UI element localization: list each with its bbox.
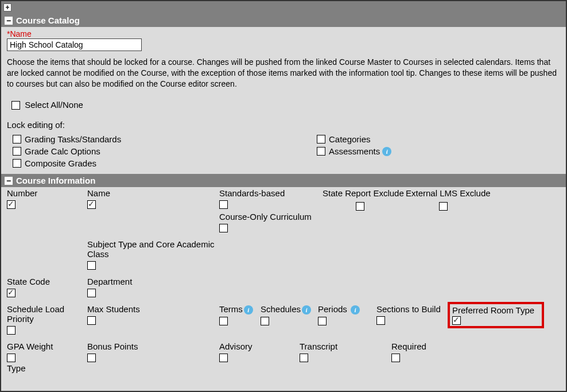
ci-required-label: Required [391,341,460,351]
info-icon[interactable]: i [351,305,360,315]
ci-row-2: Subject Type and Core Academic Class [7,239,560,270]
ci-standards-checkbox[interactable] [219,200,228,209]
ci-prefroom-cell: Preferred Room Type [450,304,542,335]
ci-standards-cell: Standards-based [219,188,323,211]
ci-curriculum-cell: Course-Only Curriculum [219,212,323,232]
ci-required-cell: Required [391,341,460,362]
catalog-description: Choose the items that should be locked f… [7,57,560,90]
ci-prefroom-label: Preferred Room Type [452,305,539,315]
lock-gradecalc-checkbox[interactable] [13,147,21,156]
catalog-name-input[interactable] [7,38,142,51]
ci-advisory-label: Advisory [219,341,300,351]
ci-sections-checkbox[interactable] [376,316,385,325]
ci-number-checkbox[interactable] [7,200,15,209]
ci-sections-cell: Sections to Build [376,304,450,335]
ci-schedload-cell: Schedule Load Priority [7,304,87,335]
ci-schedload-checkbox[interactable] [7,326,15,335]
ci-schedules-label: Schedulesi [261,304,318,315]
ci-bonus-cell: Bonus Points [87,341,219,362]
top-toolbar: + [1,1,566,14]
ci-statecode-label: State Code [7,277,87,286]
collapse-icon[interactable]: − [5,17,13,25]
course-catalog-header[interactable]: − Course Catalog [1,14,566,27]
ci-subject-label: Subject Type and Core Academic Class [87,239,219,259]
lock-grading-checkbox[interactable] [13,135,21,143]
ci-gpa-checkbox[interactable] [7,354,15,362]
lock-item-assessments: Assessments i [317,146,560,156]
lock-composite-checkbox[interactable] [13,159,21,168]
ci-transcript-checkbox[interactable] [300,354,308,362]
ci-row-1: Number Name Standards-based State Report… [7,188,560,211]
ci-transcript-cell: Transcript [300,341,391,362]
ci-periods-label: Periods i [318,304,376,315]
collapse-icon[interactable]: − [5,177,13,185]
preferred-room-highlight: Preferred Room Type [448,302,544,329]
ci-schedules-cell: Schedulesi [261,304,318,335]
select-all-label: Select All/None [25,100,83,110]
ci-subject-checkbox[interactable] [87,261,96,270]
ci-stateexclude-checkbox[interactable] [356,202,364,211]
ci-department-label: Department [87,277,219,286]
ci-curriculum-checkbox[interactable] [219,224,228,232]
ci-extlms-label: External LMS Exclude [406,188,506,198]
expand-all-icon[interactable]: + [3,3,11,11]
ci-gpa-label: GPA Weight [7,341,87,351]
lock-editing-label: Lock editing of: [7,120,560,130]
ci-row-6: Type [7,363,560,373]
ci-transcript-label: Transcript [300,341,391,351]
info-icon[interactable]: i [302,305,311,315]
ci-row-3: State Code Department [7,277,560,297]
ci-stateexclude-label: State Report Exclude [323,188,406,198]
lock-item-gradecalc: Grade Calc Options [13,146,317,156]
ci-row-5: GPA Weight Bonus Points Advisory Transcr… [7,341,560,362]
lock-categories-label: Categories [329,134,371,144]
ci-advisory-checkbox[interactable] [219,354,228,362]
ci-gpa-cell: GPA Weight [7,341,87,362]
ci-number-cell: Number [7,188,87,211]
ci-statecode-checkbox[interactable] [7,289,15,297]
ci-maxstud-cell: Max Students [87,304,219,335]
ci-statecode-cell: State Code [7,277,87,297]
lock-gradecalc-label: Grade Calc Options [25,146,100,156]
ci-terms-label: Termsi [219,304,261,315]
lock-item-grading: Grading Tasks/Standards [13,134,317,144]
ci-periods-cell: Periods i [318,304,376,335]
ci-row-4: Schedule Load Priority Max Students Term… [7,304,560,335]
ci-bonus-checkbox[interactable] [87,354,96,362]
ci-advisory-cell: Advisory [219,341,300,362]
ci-name-checkbox[interactable] [87,200,96,209]
ci-sections-label: Sections to Build [376,304,450,314]
ci-number-label: Number [7,188,87,198]
ci-name-cell: Name [87,188,219,211]
info-icon[interactable]: i [244,305,253,315]
ci-bonus-label: Bonus Points [87,341,219,351]
ci-periods-checkbox[interactable] [318,317,327,325]
ci-name-label: Name [87,188,219,198]
lock-editing-grid: Grading Tasks/Standards Categories Grade… [13,134,560,168]
lock-assessments-label: Assessments [329,146,380,156]
ci-schedules-checkbox[interactable] [261,317,269,325]
course-information-header[interactable]: − Course Information [1,174,566,187]
name-field-label: *Name [7,29,560,38]
ci-row-1b: Course-Only Curriculum [7,212,560,232]
ci-prefroom-checkbox[interactable] [452,316,461,325]
ci-subject-cell: Subject Type and Core Academic Class [87,239,219,270]
ci-stateexclude-cell: State Report Exclude [323,188,406,211]
lock-categories-checkbox[interactable] [317,135,325,143]
ci-department-checkbox[interactable] [87,289,96,297]
lock-item-composite: Composite Grades [13,158,317,168]
ci-terms-checkbox[interactable] [219,317,228,325]
ci-required-checkbox[interactable] [391,354,400,362]
lock-item-categories: Categories [317,134,560,144]
course-catalog-title: Course Catalog [16,15,80,25]
select-all-checkbox[interactable] [11,101,20,110]
course-information-title: Course Information [16,176,95,185]
ci-extlms-checkbox[interactable] [439,202,448,211]
ci-maxstud-checkbox[interactable] [87,316,96,325]
course-catalog-screen: + − Course Catalog *Name Choose the item… [0,0,567,392]
info-icon[interactable]: i [382,147,391,156]
lock-assessments-checkbox[interactable] [317,147,325,156]
select-all-row: Select All/None [11,100,560,110]
ci-standards-label: Standards-based [219,188,323,198]
ci-curriculum-label: Course-Only Curriculum [219,212,323,222]
